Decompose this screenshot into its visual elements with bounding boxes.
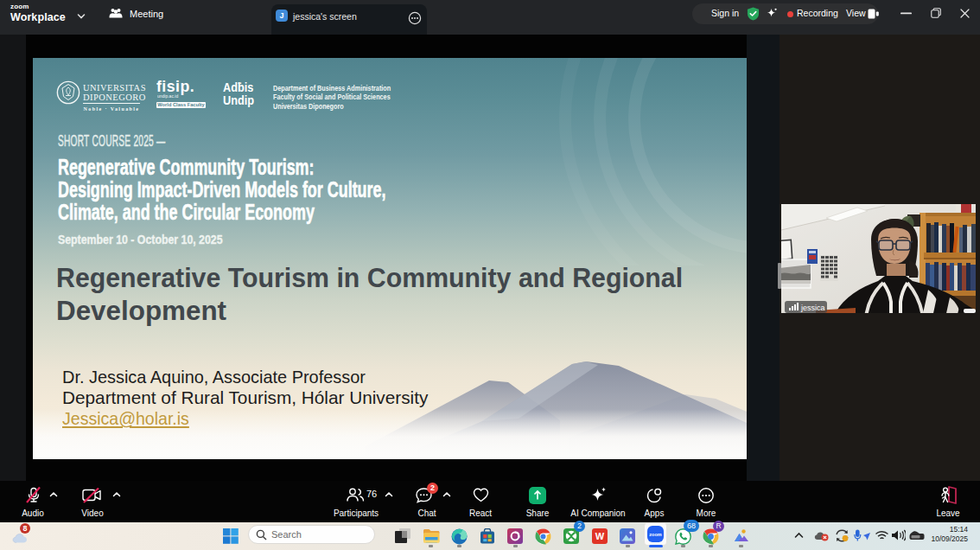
- svg-text:jessica: jessica: [800, 304, 825, 312]
- svg-text:zoom: zoom: [649, 532, 661, 537]
- svg-text:W: W: [595, 531, 605, 541]
